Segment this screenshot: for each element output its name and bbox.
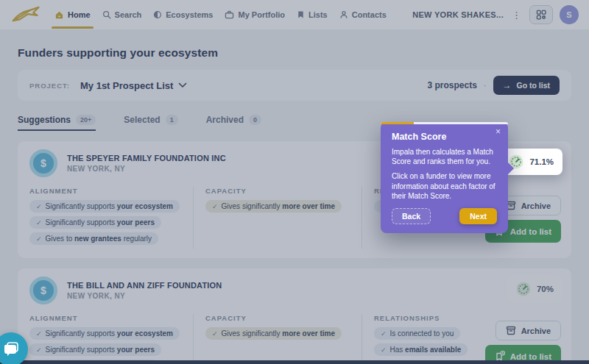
tooltip-paragraph: Click on a funder to view more informati… [392,171,497,201]
chat-bubble-icon [3,342,19,357]
match-score-value: 71.1% [529,157,554,166]
tooltip-buttons: Back Next [392,208,497,224]
back-button[interactable]: Back [392,208,431,224]
tour-progress-bar [381,122,508,124]
tour-progress-fill [381,122,414,124]
tour-tooltip: × Match Score Impala then calculates a M… [381,122,508,233]
tooltip-paragraph: Impala then calculates a Match Score and… [392,147,497,166]
tooltip-title: Match Score [392,132,497,142]
close-icon[interactable]: × [495,126,501,137]
next-button[interactable]: Next [459,208,497,224]
